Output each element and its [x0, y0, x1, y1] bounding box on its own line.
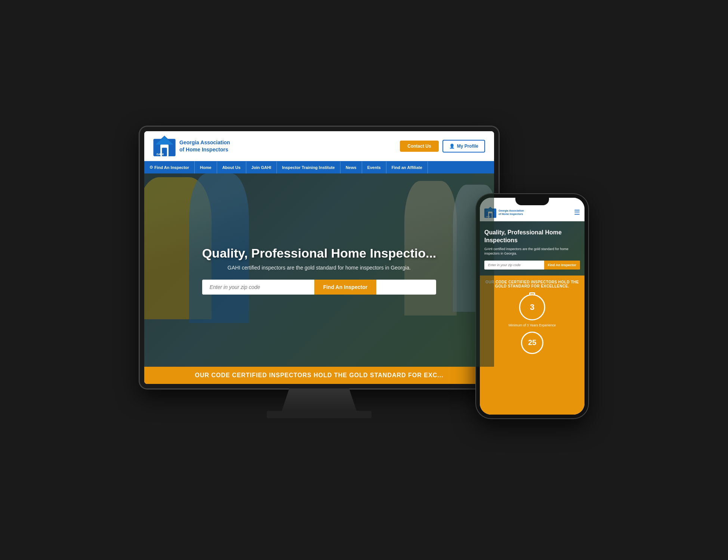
mobile-hero-content: Quality, Professional Home Inspections G…	[484, 229, 580, 270]
years-experience-label: Minimum of 3 Years Experience	[509, 323, 556, 327]
hero-content: Quality, Professional Home Inspectio... …	[195, 238, 444, 302]
desktop-monitor: GAHI Georgia Association of Home Inspect…	[140, 127, 499, 433]
nav-join[interactable]: Join GAHI	[246, 161, 277, 173]
monitor-stand	[282, 388, 357, 411]
logo-text: Georgia Association of Home Inspectors	[179, 139, 230, 153]
gahi-logo-icon: GAHI	[153, 136, 176, 156]
mobile-search-bar: Find An Inspector	[484, 261, 580, 270]
mobile-orange-section: OUR CODE CERTIFIED INSPECTORS HOLD THE G…	[480, 276, 584, 415]
logo-area: GAHI Georgia Association of Home Inspect…	[153, 136, 230, 156]
mobile-zip-input[interactable]	[484, 261, 544, 270]
mobile-hero-title: Quality, Professional Home Inspections	[484, 229, 580, 244]
header-buttons: Contact Us 👤 My Profile	[400, 140, 485, 153]
nav-about[interactable]: About Us	[217, 161, 246, 173]
user-icon: 👤	[449, 144, 455, 149]
mobile-logo-text: Georgia Association of Home Inspectors	[499, 209, 524, 216]
hero-title: Quality, Professional Home Inspectio...	[202, 246, 437, 261]
hero-section: Quality, Professional Home Inspectio... …	[144, 173, 494, 367]
hamburger-menu-icon[interactable]: ☰	[574, 208, 580, 216]
nav-find-inspector[interactable]: ⊙ Find An Inspector	[144, 161, 195, 173]
nav-training[interactable]: Inspector Training Institute	[277, 161, 340, 173]
hero-search-bar: Find An Inspector	[202, 280, 437, 295]
badge-25-number: 25	[528, 338, 536, 347]
mobile-find-inspector-button[interactable]: Find An Inspector	[544, 261, 580, 270]
mobile-hero-section: Quality, Professional Home Inspections G…	[480, 221, 584, 276]
mobile-orange-title: OUR CODE CERTIFIED INSPECTORS HOLD THE G…	[484, 280, 580, 288]
zip-code-input[interactable]	[202, 280, 314, 295]
years-number: 3	[530, 303, 534, 311]
nav-affiliate[interactable]: Find an Affiliate	[386, 161, 428, 173]
search-icon: ⊙	[149, 165, 153, 170]
nav-home[interactable]: Home	[195, 161, 217, 173]
monitor-base	[267, 411, 371, 418]
mobile-hero-subtitle: GAHI certified inspectors are the gold s…	[484, 247, 580, 256]
orange-banner: OUR CODE CERTIFIED INSPECTORS HOLD THE G…	[144, 367, 494, 384]
years-experience-badge: 3	[519, 294, 545, 320]
nav-news[interactable]: News	[340, 161, 362, 173]
phone-screen: GAHI Georgia Association of Home Inspect…	[480, 198, 584, 415]
contact-us-button[interactable]: Contact Us	[400, 141, 438, 152]
timer-top-icon	[529, 292, 535, 295]
my-profile-button[interactable]: 👤 My Profile	[442, 140, 485, 153]
find-inspector-button[interactable]: Find An Inspector	[314, 280, 376, 295]
main-nav: ⊙ Find An Inspector Home About Us Join G…	[144, 161, 494, 173]
hero-subtitle: GAHI certified inspectors are the gold s…	[202, 265, 437, 271]
site-header: GAHI Georgia Association of Home Inspect…	[144, 131, 494, 161]
desktop-website: GAHI Georgia Association of Home Inspect…	[144, 131, 494, 384]
nav-events[interactable]: Events	[362, 161, 386, 173]
phone-notch	[515, 198, 549, 205]
svg-text:GAHI: GAHI	[157, 153, 164, 156]
badge-25-circle: 25	[521, 332, 543, 354]
banner-text: OUR CODE CERTIFIED INSPECTORS HOLD THE G…	[153, 372, 485, 379]
